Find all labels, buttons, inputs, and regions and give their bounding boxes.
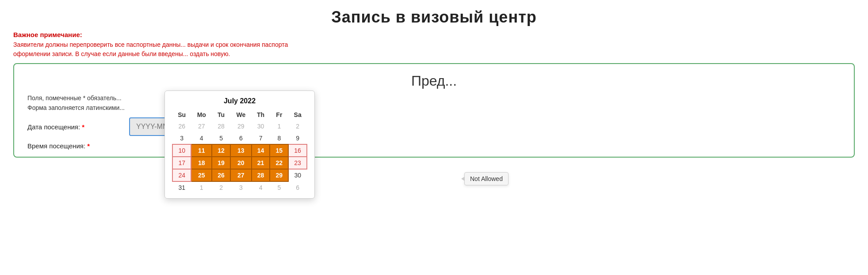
calendar-weekday: Fr bbox=[270, 109, 288, 121]
calendar-day: 31 bbox=[172, 181, 191, 194]
calendar-day[interactable]: 21 bbox=[252, 157, 270, 169]
main-form: Пред... Поля, помеченные * обязатель... … bbox=[13, 63, 855, 158]
calendar-weekday: Th bbox=[252, 109, 270, 121]
calendar-grid: SuMoTuWeThFrSa 2627282930123456789101112… bbox=[172, 109, 307, 194]
date-row: Дата посещения: * bbox=[27, 117, 841, 136]
calendar-day[interactable]: 23 bbox=[288, 157, 307, 169]
calendar-day[interactable]: 12 bbox=[212, 144, 230, 157]
calendar-day[interactable]: 18 bbox=[191, 157, 212, 169]
calendar-day: 2 bbox=[212, 181, 230, 194]
calendar-day: 9 bbox=[288, 132, 307, 145]
calendar-week-row: 3456789 bbox=[172, 132, 307, 145]
notice-title: Важное примечание: bbox=[13, 31, 855, 38]
calendar-day: 7 bbox=[252, 132, 270, 145]
calendar-day: 1 bbox=[270, 121, 288, 132]
calendar-weekday: Tu bbox=[212, 109, 230, 121]
calendar-week-row: 17181920212223 bbox=[172, 157, 307, 169]
calendar-day[interactable]: 11 bbox=[191, 144, 212, 157]
calendar-day[interactable]: 19 bbox=[212, 157, 230, 169]
notice-block: Важное примечание: Заявители должны пере… bbox=[0, 31, 868, 63]
calendar-body: 2627282930123456789101112131415161718192… bbox=[172, 121, 307, 194]
calendar-weekday: Mo bbox=[191, 109, 212, 121]
page-title: Запись в визовый центр bbox=[0, 0, 868, 31]
time-row: Время посещения: * bbox=[27, 142, 841, 150]
calendar-popup: July 2022 SuMoTuWeThFrSa 262728293012345… bbox=[164, 90, 315, 199]
calendar-day: 29 bbox=[230, 121, 252, 132]
calendar-day: 3 bbox=[230, 181, 252, 194]
calendar-day[interactable]: 15 bbox=[270, 144, 288, 157]
calendar-day: 28 bbox=[212, 121, 230, 132]
calendar-day[interactable]: 13 bbox=[230, 144, 252, 157]
time-label: Время посещения: * bbox=[27, 142, 125, 150]
date-label: Дата посещения: * bbox=[27, 123, 125, 131]
form-section-title: Пред... bbox=[27, 73, 841, 89]
calendar-weekday: Sa bbox=[288, 109, 307, 121]
calendar-day[interactable]: 16 bbox=[288, 144, 307, 157]
calendar-day: 6 bbox=[288, 181, 307, 194]
calendar-day[interactable]: 25 bbox=[191, 169, 212, 181]
calendar-day: 1 bbox=[191, 181, 212, 194]
form-note-required: Поля, помеченные * обязатель... bbox=[27, 94, 841, 102]
calendar-weekday: Su bbox=[172, 109, 191, 121]
calendar-day: 6 bbox=[230, 132, 252, 145]
calendar-day: 5 bbox=[212, 132, 230, 145]
calendar-day: 4 bbox=[252, 181, 270, 194]
calendar-day: 8 bbox=[270, 132, 288, 145]
calendar-day[interactable]: 24 bbox=[172, 169, 191, 181]
calendar-day[interactable]: 20 bbox=[230, 157, 252, 169]
notice-line1: Заявители должны перепроверить все паспо… bbox=[13, 40, 855, 49]
notice-line2: оформлении записи. В случае если данные … bbox=[13, 49, 855, 59]
calendar-day[interactable]: 27 bbox=[230, 169, 252, 181]
calendar-day: 26 bbox=[172, 121, 191, 132]
calendar-day[interactable]: 17 bbox=[172, 157, 191, 169]
calendar-week-row: 31123456 bbox=[172, 181, 307, 194]
calendar-day[interactable]: 10 bbox=[172, 144, 191, 157]
form-note-latin: Форма заполняется латинскими... bbox=[27, 104, 841, 111]
calendar-title: July 2022 bbox=[172, 97, 307, 105]
calendar-weekday: We bbox=[230, 109, 252, 121]
calendar-day: 5 bbox=[270, 181, 288, 194]
calendar-day: 2 bbox=[288, 121, 307, 132]
not-allowed-tooltip: Not Allowed bbox=[464, 172, 509, 185]
calendar-day[interactable]: 28 bbox=[252, 169, 270, 181]
calendar-day[interactable]: 26 bbox=[212, 169, 230, 181]
calendar-day: 3 bbox=[172, 132, 191, 145]
calendar-day: 27 bbox=[191, 121, 212, 132]
calendar-day[interactable]: 14 bbox=[252, 144, 270, 157]
calendar-day: 4 bbox=[191, 132, 212, 145]
calendar-day[interactable]: 29 bbox=[270, 169, 288, 181]
calendar-weekdays: SuMoTuWeThFrSa bbox=[172, 109, 307, 121]
calendar-day: 30 bbox=[252, 121, 270, 132]
calendar-week-row: 262728293012 bbox=[172, 121, 307, 132]
calendar-day: 30 bbox=[288, 169, 307, 181]
calendar-day[interactable]: 22 bbox=[270, 157, 288, 169]
calendar-week-row: 10111213141516 bbox=[172, 144, 307, 157]
calendar-week-row: 24252627282930 bbox=[172, 169, 307, 181]
